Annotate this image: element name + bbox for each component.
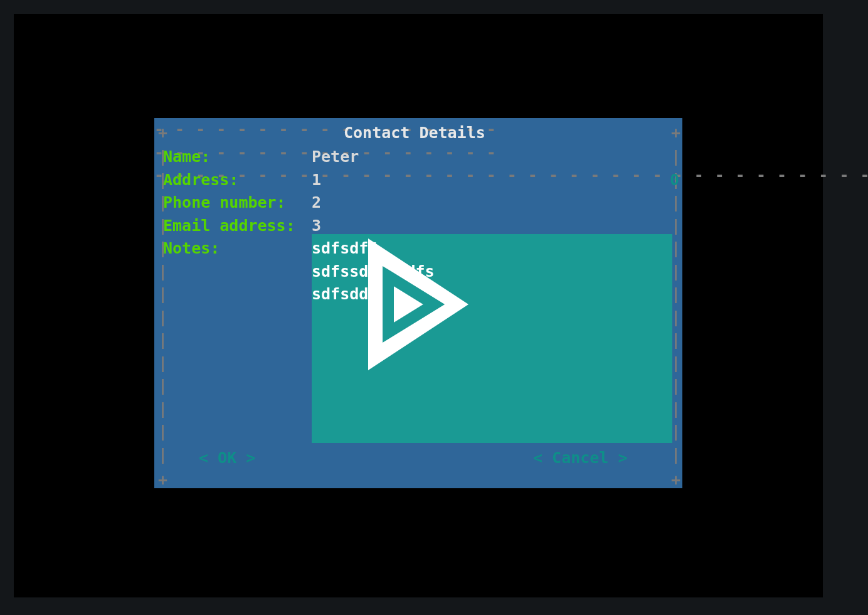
phone-label: Phone number: xyxy=(163,191,286,215)
phone-field[interactable]: 2 xyxy=(312,191,321,215)
address-field[interactable]: 1 xyxy=(312,169,321,192)
notes-line: sdfssdfsdfdfs xyxy=(312,260,435,284)
email-label: Email address: xyxy=(163,215,295,238)
dialog-title: Contact Details xyxy=(344,122,485,145)
notes-textarea[interactable]: sdfsdf4 sdfssdfsdfdfs sdfsddf xyxy=(312,234,672,443)
scroll-marker: 0 xyxy=(670,169,679,192)
terminal-background: + - - - - - - - - - - - - - - - - - Cont… xyxy=(14,14,823,597)
ok-button[interactable]: < OK > xyxy=(199,447,255,470)
notes-line: sdfsddf xyxy=(312,283,378,306)
notes-line: sdfsdf4 xyxy=(312,237,378,260)
border-corner: + xyxy=(158,469,167,492)
contact-details-dialog: + - - - - - - - - - - - - - - - - - Cont… xyxy=(154,118,682,488)
name-label: Name: xyxy=(163,146,210,169)
address-label: Address: xyxy=(163,169,238,192)
cancel-button[interactable]: < Cancel > xyxy=(533,447,628,470)
border-corner: + xyxy=(671,122,680,145)
border-right: |||||||||||||| xyxy=(671,146,680,466)
name-field[interactable]: Peter xyxy=(312,146,359,169)
border-corner: + xyxy=(158,122,167,145)
notes-label: Notes: xyxy=(163,237,220,260)
border-corner: + xyxy=(671,469,680,492)
